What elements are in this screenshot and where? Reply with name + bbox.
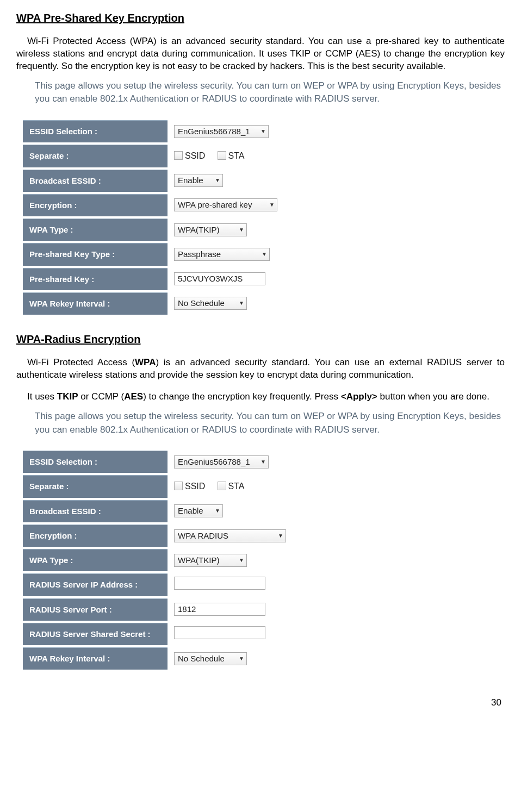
- table-row: Pre-shared Key Type : Passphrase▼: [23, 243, 282, 265]
- radius-port-input[interactable]: 1812: [174, 603, 265, 616]
- ssid-label: SSID: [185, 151, 205, 160]
- ssid-checkbox[interactable]: [174, 151, 183, 160]
- essid-value: EnGenius566788_1: [178, 457, 250, 466]
- table-row: Pre-shared Key : 5JCVUYO3WXJS: [23, 268, 282, 290]
- rekey-select[interactable]: No Schedule▼: [174, 652, 247, 665]
- chevron-down-icon: ▼: [269, 199, 275, 211]
- intro-text: This page allows you setup the wireless …: [35, 410, 505, 436]
- table-row: WPA Type : WPA(TKIP)▼: [23, 218, 282, 241]
- label-psk: Pre-shared Key :: [23, 268, 168, 290]
- settings-table-radius: ESSID Selection : EnGenius566788_1▼ Sepa…: [23, 448, 290, 672]
- label-radius-ip: RADIUS Server IP Address :: [23, 573, 168, 596]
- label-wpatype: WPA Type :: [23, 218, 168, 241]
- table-row: RADIUS Server Port : 1812: [23, 598, 290, 621]
- label-essid: ESSID Selection :: [23, 120, 168, 142]
- chevron-down-icon: ▼: [239, 652, 244, 664]
- essid-select[interactable]: EnGenius566788_1▼: [174, 455, 269, 469]
- psk-type-select[interactable]: Passphrase▼: [174, 248, 270, 261]
- label-broadcast: Broadcast ESSID :: [23, 500, 168, 522]
- label-essid: ESSID Selection :: [23, 451, 168, 473]
- label-encryption: Encryption :: [23, 524, 168, 547]
- chevron-down-icon: ▼: [215, 174, 220, 186]
- rekey-select[interactable]: No Schedule▼: [174, 297, 247, 310]
- label-encryption: Encryption :: [23, 194, 168, 216]
- essid-select[interactable]: EnGenius566788_1▼: [174, 125, 269, 138]
- label-rekey: WPA Rekey Interval :: [23, 647, 168, 670]
- heading-wpa-radius: WPA-Radius Encryption: [16, 332, 505, 347]
- broadcast-select[interactable]: Enable▼: [174, 504, 223, 517]
- intro-text: This page allows you setup the wireless …: [35, 79, 505, 106]
- chevron-down-icon: ▼: [260, 455, 266, 467]
- radius-ip-input[interactable]: [174, 577, 265, 590]
- chevron-down-icon: ▼: [215, 505, 220, 517]
- rekey-value: No Schedule: [178, 654, 225, 663]
- psk-type-value: Passphrase: [178, 249, 221, 259]
- ssid-checkbox[interactable]: [174, 482, 183, 490]
- sta-label: STA: [228, 482, 245, 491]
- broadcast-select[interactable]: Enable▼: [174, 174, 223, 187]
- encryption-select[interactable]: WPA pre-shared key▼: [174, 198, 277, 211]
- chevron-down-icon: ▼: [260, 125, 266, 137]
- table-row: RADIUS Server IP Address :: [23, 573, 290, 596]
- broadcast-value: Enable: [178, 176, 203, 185]
- sta-label: STA: [228, 151, 245, 160]
- settings-table-psk: ESSID Selection : EnGenius566788_1▼ Sepa…: [23, 118, 282, 317]
- essid-value: EnGenius566788_1: [178, 127, 250, 136]
- table-row: Broadcast ESSID : Enable▼: [23, 500, 290, 522]
- sta-checkbox[interactable]: [218, 151, 226, 160]
- table-row: RADIUS Server Shared Secret :: [23, 623, 290, 645]
- wpatype-value: WPA(TKIP): [178, 555, 219, 565]
- table-row: Broadcast ESSID : Enable▼: [23, 170, 282, 192]
- screenshot-wpa-psk: This page allows you setup the wireless …: [23, 79, 505, 317]
- screenshot-wpa-radius: This page allows you setup the wireless …: [23, 410, 505, 672]
- page-number: 30: [16, 687, 505, 709]
- encryption-select[interactable]: WPA RADIUS▼: [174, 529, 286, 542]
- label-broadcast: Broadcast ESSID :: [23, 170, 168, 192]
- chevron-down-icon: ▼: [239, 297, 244, 309]
- paragraph-wpa-psk: Wi-Fi Protected Access (WPA) is an advan…: [16, 35, 505, 73]
- chevron-down-icon: ▼: [262, 248, 267, 260]
- label-separate: Separate :: [23, 475, 168, 497]
- label-rekey: WPA Rekey Interval :: [23, 292, 168, 315]
- sta-checkbox[interactable]: [218, 482, 226, 490]
- label-radius-port: RADIUS Server Port :: [23, 598, 168, 621]
- table-row: Encryption : WPA RADIUS▼: [23, 524, 290, 547]
- wpatype-select[interactable]: WPA(TKIP)▼: [174, 223, 247, 236]
- wpatype-select[interactable]: WPA(TKIP)▼: [174, 554, 247, 567]
- chevron-down-icon: ▼: [239, 554, 244, 566]
- broadcast-value: Enable: [178, 506, 203, 515]
- encryption-value: WPA RADIUS: [178, 531, 228, 540]
- table-row: Separate : SSID STA: [23, 475, 290, 497]
- psk-input[interactable]: 5JCVUYO3WXJS: [174, 272, 265, 285]
- table-row: ESSID Selection : EnGenius566788_1▼: [23, 451, 290, 473]
- table-row: WPA Rekey Interval : No Schedule▼: [23, 292, 282, 315]
- paragraph-wpa-radius-1: Wi-Fi Protected Access (WPA) is an advan…: [16, 357, 505, 382]
- wpatype-value: WPA(TKIP): [178, 225, 219, 234]
- label-radius-secret: RADIUS Server Shared Secret :: [23, 623, 168, 645]
- label-wpatype: WPA Type :: [23, 549, 168, 571]
- table-row: Encryption : WPA pre-shared key▼: [23, 194, 282, 216]
- label-separate: Separate :: [23, 145, 168, 167]
- ssid-label: SSID: [185, 482, 205, 491]
- encryption-value: WPA pre-shared key: [178, 200, 252, 209]
- radius-secret-input[interactable]: [174, 626, 265, 639]
- table-row: ESSID Selection : EnGenius566788_1▼: [23, 120, 282, 142]
- table-row: WPA Rekey Interval : No Schedule▼: [23, 647, 290, 670]
- chevron-down-icon: ▼: [278, 529, 283, 541]
- table-row: Separate : SSID STA: [23, 145, 282, 167]
- rekey-value: No Schedule: [178, 298, 225, 308]
- heading-wpa-psk: WPA Pre-Shared Key Encryption: [16, 11, 505, 26]
- chevron-down-icon: ▼: [239, 223, 244, 235]
- table-row: WPA Type : WPA(TKIP)▼: [23, 549, 290, 571]
- paragraph-wpa-radius-2: It uses TKIP or CCMP (AES) to change the…: [16, 391, 505, 403]
- label-psk-type: Pre-shared Key Type :: [23, 243, 168, 265]
